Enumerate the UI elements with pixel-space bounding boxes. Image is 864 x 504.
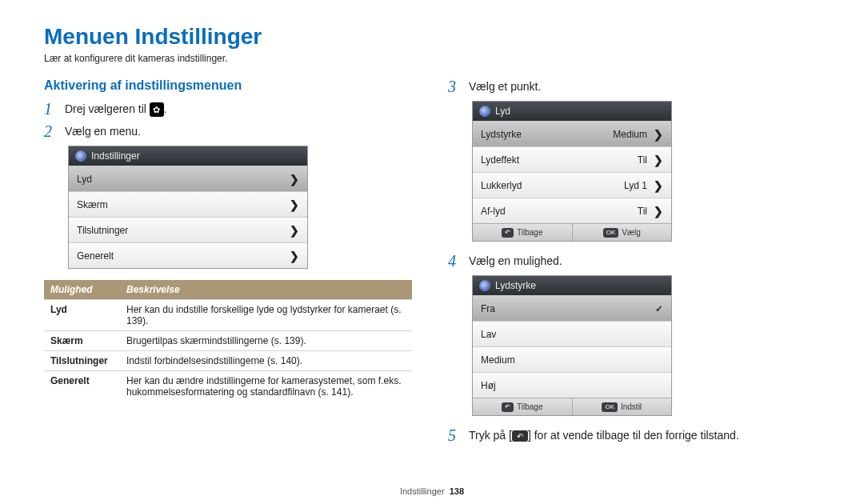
menu-item-generelt[interactable]: Generelt ❯ bbox=[69, 242, 307, 268]
menu-option-fra[interactable]: Fra ✓ bbox=[473, 295, 671, 321]
footer-ok[interactable]: OK Vælg bbox=[573, 224, 672, 241]
menu-option-medium[interactable]: Medium bbox=[473, 346, 671, 372]
table-row: Lyd Her kan du indstille forskellige lyd… bbox=[44, 300, 412, 331]
footer-back-label: Tilbage bbox=[517, 228, 542, 237]
camera-menu-title: Indstillinger bbox=[91, 150, 140, 162]
camera-menu-lydstyrke: Lydstyrke Fra ✓ Lav Medium Høj bbox=[472, 275, 672, 416]
footer-ok-label: Vælg bbox=[622, 228, 640, 237]
chevron-right-icon: ❯ bbox=[290, 173, 299, 186]
table-option: Tilslutninger bbox=[44, 351, 120, 371]
menu-option-lav[interactable]: Lav bbox=[473, 321, 671, 346]
menu-item-lukkerlyd[interactable]: Lukkerlyd Lyd 1❯ bbox=[473, 172, 671, 198]
menu-option-hoj[interactable]: Høj bbox=[473, 372, 671, 398]
step-text: Vælg en menu. bbox=[65, 123, 141, 138]
table-description: Her kan du ændre indstillingerne for kam… bbox=[120, 371, 412, 402]
menu-item-lydstyrke[interactable]: Lydstyrke Medium❯ bbox=[473, 121, 671, 146]
menu-item-label: Fra bbox=[481, 303, 495, 314]
check-icon: ✓ bbox=[655, 303, 663, 314]
step-text: Vælg en mulighed. bbox=[469, 253, 562, 267]
menu-item-tilslutninger[interactable]: Tilslutninger ❯ bbox=[69, 217, 307, 242]
section-heading: Aktivering af indstillingsmenuen bbox=[44, 78, 416, 93]
footer-back-label: Tilbage bbox=[517, 402, 542, 411]
table-row: Generelt Her kan du ændre indstillingern… bbox=[44, 371, 412, 402]
camera-menu-header: Indstillinger bbox=[69, 146, 307, 166]
table-option: Generelt bbox=[44, 371, 120, 402]
footer-back[interactable]: ↶ Tilbage bbox=[473, 224, 573, 241]
step-1: 1 Drej vælgeren til ✿. bbox=[44, 101, 416, 117]
menu-item-lydeffekt[interactable]: Lydeffekt Til❯ bbox=[473, 146, 671, 172]
mode-dial-icon bbox=[479, 106, 490, 117]
step-5: 5 Tryk på [↶] for at vende tilbage til d… bbox=[448, 427, 820, 443]
mode-dial-icon bbox=[75, 150, 86, 162]
menu-item-value: Til bbox=[638, 154, 647, 166]
menu-item-label: Lydeffekt bbox=[481, 154, 519, 166]
menu-item-label: Lukkerlyd bbox=[481, 180, 522, 191]
right-column: 3 Vælg et punkt. Lyd Lydstyrke Medium❯ L… bbox=[448, 78, 820, 450]
footer-back[interactable]: ↶ Tilbage bbox=[473, 398, 573, 415]
step-text: Tryk på [↶] for at vende tilbage til den… bbox=[469, 427, 739, 442]
chevron-right-icon: ❯ bbox=[654, 179, 663, 192]
step-number: 2 bbox=[44, 123, 58, 139]
left-column: Aktivering af indstillingsmenuen 1 Drej … bbox=[44, 78, 416, 450]
back-icon: ↶ bbox=[502, 402, 514, 412]
table-row: Skærm Brugertilpas skærmindstillingerne … bbox=[44, 331, 412, 351]
mode-dial-icon bbox=[479, 280, 490, 291]
menu-item-label: Generelt bbox=[77, 250, 114, 262]
menu-item-lyd[interactable]: Lyd ❯ bbox=[69, 166, 307, 191]
menu-item-skaerm[interactable]: Skærm ❯ bbox=[69, 191, 307, 217]
footer-ok[interactable]: OK Indstil bbox=[573, 398, 672, 415]
step-text-prefix: Drej vælgeren til bbox=[65, 102, 150, 115]
step-text-prefix: Tryk på [ bbox=[469, 429, 512, 442]
chevron-right-icon: ❯ bbox=[290, 198, 299, 211]
menu-item-value: Lyd 1 bbox=[624, 180, 647, 191]
options-table: Mulighed Beskrivelse Lyd Her kan du inds… bbox=[44, 280, 412, 402]
table-head-option: Mulighed bbox=[44, 280, 120, 300]
menu-item-label: Af-lyd bbox=[481, 206, 506, 217]
step-2: 2 Vælg en menu. bbox=[44, 123, 416, 139]
chevron-right-icon: ❯ bbox=[290, 250, 299, 262]
menu-item-label: Medium bbox=[481, 354, 515, 366]
camera-menu-settings: Indstillinger Lyd ❯ Skærm ❯ Tilslutninge… bbox=[68, 146, 308, 269]
step-number: 3 bbox=[448, 78, 462, 94]
table-description: Brugertilpas skærmindstillingerne (s. 13… bbox=[120, 331, 412, 351]
step-text-suffix: . bbox=[164, 102, 167, 115]
menu-item-label: Skærm bbox=[77, 199, 108, 210]
table-option: Lyd bbox=[44, 300, 120, 331]
ok-icon: OK bbox=[603, 228, 619, 238]
footer-ok-label: Indstil bbox=[621, 402, 642, 411]
page-number: 138 bbox=[450, 486, 464, 496]
table-description: Her kan du indstille forskellige lyde og… bbox=[120, 300, 412, 331]
camera-menu-header: Lydstyrke bbox=[473, 276, 671, 295]
page-footer: Indstillinger 138 bbox=[0, 486, 864, 496]
table-row: Tilslutninger Indstil forbindelsesindsti… bbox=[44, 351, 412, 371]
menu-item-label: Tilslutninger bbox=[77, 225, 128, 236]
step-4: 4 Vælg en mulighed. bbox=[448, 253, 820, 269]
chevron-right-icon: ❯ bbox=[654, 154, 663, 166]
menu-item-label: Lav bbox=[481, 329, 496, 340]
menu-item-value: Til bbox=[638, 206, 647, 217]
chevron-right-icon: ❯ bbox=[654, 205, 663, 218]
step-text: Drej vælgeren til ✿. bbox=[65, 101, 167, 117]
page-title: Menuen Indstillinger bbox=[44, 24, 820, 50]
step-text: Vælg et punkt. bbox=[469, 78, 541, 93]
footer-label: Indstillinger bbox=[400, 486, 445, 496]
menu-item-label: Høj bbox=[481, 380, 496, 391]
camera-menu-title: Lydstyrke bbox=[495, 280, 536, 291]
table-head-description: Beskrivelse bbox=[120, 280, 412, 300]
camera-menu-header: Lyd bbox=[473, 102, 671, 121]
camera-menu-footer: ↶ Tilbage OK Vælg bbox=[473, 223, 671, 241]
menu-item-value: Medium bbox=[613, 129, 647, 140]
gear-icon: ✿ bbox=[150, 102, 164, 117]
step-number: 4 bbox=[448, 253, 462, 269]
menu-item-label: Lyd bbox=[77, 174, 92, 185]
step-number: 1 bbox=[44, 101, 58, 117]
menu-item-af-lyd[interactable]: Af-lyd Til❯ bbox=[473, 198, 671, 223]
back-icon: ↶ bbox=[502, 228, 514, 238]
step-number: 5 bbox=[448, 427, 462, 443]
step-text-suffix: ] for at vende tilbage til den forrige t… bbox=[528, 429, 739, 442]
menu-item-label: Lydstyrke bbox=[481, 129, 522, 140]
page-subtitle: Lær at konfigurere dit kameras indstilli… bbox=[44, 53, 820, 64]
camera-menu-title: Lyd bbox=[495, 106, 510, 117]
table-option: Skærm bbox=[44, 331, 120, 351]
ok-icon: OK bbox=[602, 402, 618, 412]
